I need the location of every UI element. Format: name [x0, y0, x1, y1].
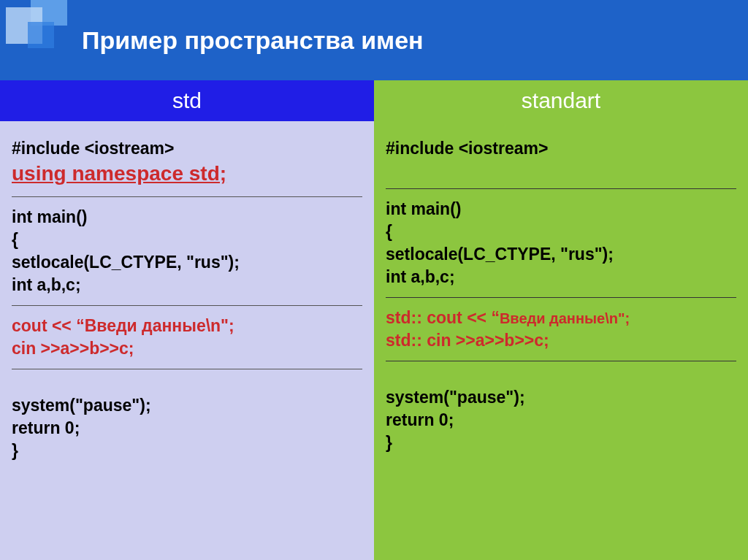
- comparison-table: std #include <iostream> using namespace …: [0, 80, 748, 560]
- code-line: {: [12, 229, 362, 251]
- code-line-cin: cin >>a>>b>>c;: [12, 337, 362, 360]
- slide-title: Пример пространства имен: [82, 26, 424, 55]
- code-line: }: [12, 440, 362, 462]
- code-line-cout: cout << “Введи данные\n";: [12, 315, 362, 337]
- code-line: return 0;: [386, 409, 736, 431]
- code-line-cin: std:: cin >>a>>b>>c;: [386, 329, 736, 352]
- column-standart-header: standart: [374, 80, 748, 121]
- code-line: setlocale(LC_CTYPE, "rus");: [12, 251, 362, 274]
- column-std-body: #include <iostream> using namespace std;…: [0, 121, 374, 560]
- code-line: {: [386, 220, 736, 243]
- code-line: #include <iostream>: [12, 137, 362, 160]
- code-line: int main(): [12, 206, 362, 229]
- code-line: system("pause");: [386, 386, 736, 409]
- slide-header: Пример пространства имен: [0, 0, 748, 80]
- code-line: int a,b,c;: [386, 266, 736, 288]
- column-standart-body: #include <iostream> int main() { setloca…: [374, 121, 748, 560]
- code-line: #include <iostream>: [386, 137, 736, 160]
- code-line-using: using namespace std;: [12, 160, 362, 188]
- column-std-header: std: [0, 80, 374, 121]
- code-line-cout: std:: cout << “Введи данные\n";: [386, 307, 736, 329]
- column-std: std #include <iostream> using namespace …: [0, 80, 374, 560]
- column-standart: standart #include <iostream> int main() …: [374, 80, 748, 560]
- code-line: setlocale(LC_CTYPE, "rus");: [386, 243, 736, 266]
- code-line: int main(): [386, 198, 736, 220]
- code-line: system("pause");: [12, 394, 362, 417]
- code-line: return 0;: [12, 417, 362, 440]
- code-line: }: [386, 431, 736, 454]
- code-line: int a,b,c;: [12, 274, 362, 296]
